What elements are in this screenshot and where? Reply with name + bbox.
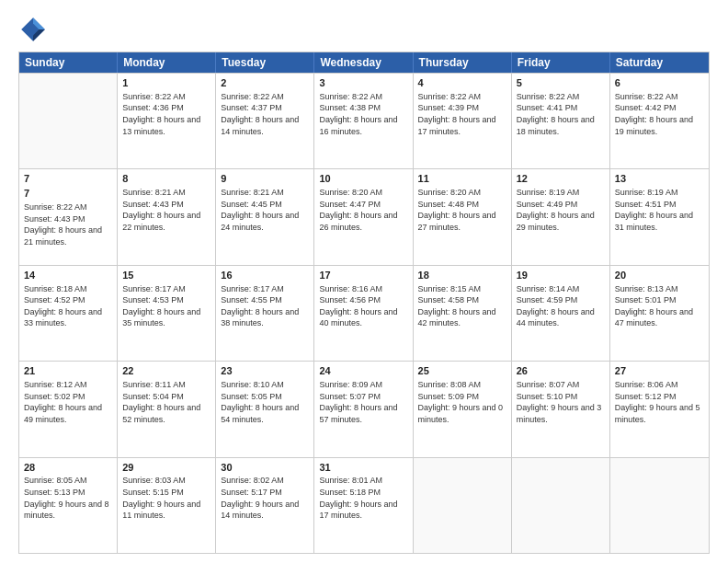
day-number: 12 bbox=[517, 172, 605, 186]
calendar: SundayMondayTuesdayWednesdayThursdayFrid… bbox=[18, 52, 710, 554]
day-number: 7 bbox=[24, 172, 112, 186]
day-info: Sunrise: 8:22 AM Sunset: 4:36 PM Dayligh… bbox=[122, 91, 210, 137]
cal-cell: 23Sunrise: 8:10 AM Sunset: 5:05 PM Dayli… bbox=[216, 362, 314, 456]
cal-cell: 16Sunrise: 8:17 AM Sunset: 4:55 PM Dayli… bbox=[216, 266, 314, 361]
week-row-4: 21Sunrise: 8:12 AM Sunset: 5:02 PM Dayli… bbox=[19, 361, 709, 456]
week-row-2: 77Sunrise: 8:22 AM Sunset: 4:43 PM Dayli… bbox=[19, 168, 709, 264]
header-cell-friday: Friday bbox=[512, 52, 610, 73]
day-info: Sunrise: 8:11 AM Sunset: 5:04 PM Dayligh… bbox=[122, 379, 210, 425]
day-number: 4 bbox=[418, 76, 506, 90]
day-info: Sunrise: 8:13 AM Sunset: 5:01 PM Dayligh… bbox=[615, 283, 704, 329]
cal-cell: 6Sunrise: 8:22 AM Sunset: 4:42 PM Daylig… bbox=[610, 74, 709, 168]
week-row-5: 28Sunrise: 8:05 AM Sunset: 5:13 PM Dayli… bbox=[19, 457, 709, 553]
day-number: 3 bbox=[319, 76, 407, 90]
day-number: 25 bbox=[418, 364, 506, 378]
cal-cell: 1Sunrise: 8:22 AM Sunset: 4:36 PM Daylig… bbox=[118, 74, 216, 168]
day-number: 15 bbox=[122, 269, 210, 282]
cal-cell: 15Sunrise: 8:17 AM Sunset: 4:53 PM Dayli… bbox=[118, 266, 216, 361]
cal-cell: 24Sunrise: 8:09 AM Sunset: 5:07 PM Dayli… bbox=[314, 362, 413, 456]
header-cell-saturday: Saturday bbox=[610, 52, 709, 73]
header-cell-thursday: Thursday bbox=[414, 52, 512, 73]
cal-cell: 11Sunrise: 8:20 AM Sunset: 4:48 PM Dayli… bbox=[414, 169, 512, 264]
day-number: 11 bbox=[418, 172, 506, 186]
cal-cell: 77Sunrise: 8:22 AM Sunset: 4:43 PM Dayli… bbox=[19, 169, 118, 264]
day-info: Sunrise: 8:21 AM Sunset: 4:45 PM Dayligh… bbox=[221, 187, 309, 233]
day-info: Sunrise: 8:19 AM Sunset: 4:49 PM Dayligh… bbox=[517, 187, 605, 233]
cal-cell: 12Sunrise: 8:19 AM Sunset: 4:49 PM Dayli… bbox=[512, 169, 610, 264]
day-number: 6 bbox=[615, 76, 704, 90]
day-info: Sunrise: 8:17 AM Sunset: 4:55 PM Dayligh… bbox=[221, 283, 309, 329]
header-cell-tuesday: Tuesday bbox=[216, 52, 314, 73]
cal-cell: 2Sunrise: 8:22 AM Sunset: 4:37 PM Daylig… bbox=[216, 74, 314, 168]
header bbox=[18, 15, 710, 44]
day-info: Sunrise: 8:22 AM Sunset: 4:38 PM Dayligh… bbox=[319, 91, 407, 137]
day-info: Sunrise: 8:07 AM Sunset: 5:10 PM Dayligh… bbox=[517, 379, 605, 425]
header-cell-monday: Monday bbox=[118, 52, 216, 73]
day-number: 28 bbox=[24, 461, 112, 475]
logo-icon bbox=[18, 15, 48, 44]
cal-cell: 31Sunrise: 8:01 AM Sunset: 5:18 PM Dayli… bbox=[314, 458, 413, 553]
day-number: 20 bbox=[615, 269, 704, 282]
cal-cell: 8Sunrise: 8:21 AM Sunset: 4:43 PM Daylig… bbox=[118, 169, 216, 264]
cal-cell: 30Sunrise: 8:02 AM Sunset: 5:17 PM Dayli… bbox=[216, 458, 314, 553]
day-info: Sunrise: 8:16 AM Sunset: 4:56 PM Dayligh… bbox=[319, 283, 407, 329]
day-info: Sunrise: 8:20 AM Sunset: 4:48 PM Dayligh… bbox=[418, 187, 506, 233]
cal-cell: 19Sunrise: 8:14 AM Sunset: 4:59 PM Dayli… bbox=[512, 266, 610, 361]
day-info: Sunrise: 8:19 AM Sunset: 4:51 PM Dayligh… bbox=[615, 187, 704, 233]
cal-cell: 5Sunrise: 8:22 AM Sunset: 4:41 PM Daylig… bbox=[512, 74, 610, 168]
cal-cell: 25Sunrise: 8:08 AM Sunset: 5:09 PM Dayli… bbox=[414, 362, 512, 456]
day-number: 8 bbox=[122, 172, 210, 186]
day-info: Sunrise: 8:14 AM Sunset: 4:59 PM Dayligh… bbox=[517, 283, 605, 329]
cal-cell: 17Sunrise: 8:16 AM Sunset: 4:56 PM Dayli… bbox=[314, 266, 413, 361]
page: SundayMondayTuesdayWednesdayThursdayFrid… bbox=[0, 0, 728, 563]
cal-cell: 9Sunrise: 8:21 AM Sunset: 4:45 PM Daylig… bbox=[216, 169, 314, 264]
cal-cell: 20Sunrise: 8:13 AM Sunset: 5:01 PM Dayli… bbox=[610, 266, 709, 361]
cal-cell: 10Sunrise: 8:20 AM Sunset: 4:47 PM Dayli… bbox=[314, 169, 413, 264]
calendar-body: 1Sunrise: 8:22 AM Sunset: 4:36 PM Daylig… bbox=[19, 73, 709, 553]
day-info: Sunrise: 8:10 AM Sunset: 5:05 PM Dayligh… bbox=[221, 379, 309, 425]
cal-cell: 29Sunrise: 8:03 AM Sunset: 5:15 PM Dayli… bbox=[118, 458, 216, 553]
cal-cell: 27Sunrise: 8:06 AM Sunset: 5:12 PM Dayli… bbox=[610, 362, 709, 456]
header-cell-wednesday: Wednesday bbox=[314, 52, 413, 73]
day-number: 10 bbox=[319, 172, 407, 186]
day-info: Sunrise: 8:06 AM Sunset: 5:12 PM Dayligh… bbox=[615, 379, 704, 425]
cal-cell: 18Sunrise: 8:15 AM Sunset: 4:58 PM Dayli… bbox=[414, 266, 512, 361]
day-number: 23 bbox=[221, 364, 309, 378]
day-info: Sunrise: 8:20 AM Sunset: 4:47 PM Dayligh… bbox=[319, 187, 407, 233]
day-number: 18 bbox=[418, 269, 506, 282]
cal-cell bbox=[512, 458, 610, 553]
cal-cell: 13Sunrise: 8:19 AM Sunset: 4:51 PM Dayli… bbox=[610, 169, 709, 264]
cal-cell bbox=[414, 458, 512, 553]
day-number: 5 bbox=[517, 76, 605, 90]
day-number: 30 bbox=[221, 461, 309, 475]
day-number: 16 bbox=[221, 269, 309, 282]
day-number: 7 bbox=[24, 187, 112, 201]
logo bbox=[18, 15, 51, 44]
day-info: Sunrise: 8:22 AM Sunset: 4:39 PM Dayligh… bbox=[418, 91, 506, 137]
cal-cell: 21Sunrise: 8:12 AM Sunset: 5:02 PM Dayli… bbox=[19, 362, 118, 456]
day-info: Sunrise: 8:22 AM Sunset: 4:41 PM Dayligh… bbox=[517, 91, 605, 137]
day-info: Sunrise: 8:22 AM Sunset: 4:42 PM Dayligh… bbox=[615, 91, 704, 137]
cal-cell bbox=[610, 458, 709, 553]
day-number: 24 bbox=[319, 364, 407, 378]
day-info: Sunrise: 8:17 AM Sunset: 4:53 PM Dayligh… bbox=[122, 283, 210, 329]
week-row-1: 1Sunrise: 8:22 AM Sunset: 4:36 PM Daylig… bbox=[19, 73, 709, 168]
day-info: Sunrise: 8:12 AM Sunset: 5:02 PM Dayligh… bbox=[24, 379, 112, 425]
day-info: Sunrise: 8:05 AM Sunset: 5:13 PM Dayligh… bbox=[24, 475, 112, 521]
day-number: 29 bbox=[122, 461, 210, 475]
day-number: 1 bbox=[122, 76, 210, 90]
day-number: 9 bbox=[221, 172, 309, 186]
day-info: Sunrise: 8:01 AM Sunset: 5:18 PM Dayligh… bbox=[319, 475, 407, 521]
calendar-header-row: SundayMondayTuesdayWednesdayThursdayFrid… bbox=[19, 52, 709, 73]
day-info: Sunrise: 8:21 AM Sunset: 4:43 PM Dayligh… bbox=[122, 187, 210, 233]
day-info: Sunrise: 8:18 AM Sunset: 4:52 PM Dayligh… bbox=[24, 283, 112, 329]
day-number: 19 bbox=[517, 269, 605, 282]
day-number: 17 bbox=[319, 269, 407, 282]
cal-cell: 3Sunrise: 8:22 AM Sunset: 4:38 PM Daylig… bbox=[314, 74, 413, 168]
day-number: 26 bbox=[517, 364, 605, 378]
day-number: 27 bbox=[615, 364, 704, 378]
day-number: 31 bbox=[319, 461, 407, 475]
cal-cell: 4Sunrise: 8:22 AM Sunset: 4:39 PM Daylig… bbox=[414, 74, 512, 168]
header-cell-sunday: Sunday bbox=[19, 52, 118, 73]
cal-cell: 26Sunrise: 8:07 AM Sunset: 5:10 PM Dayli… bbox=[512, 362, 610, 456]
